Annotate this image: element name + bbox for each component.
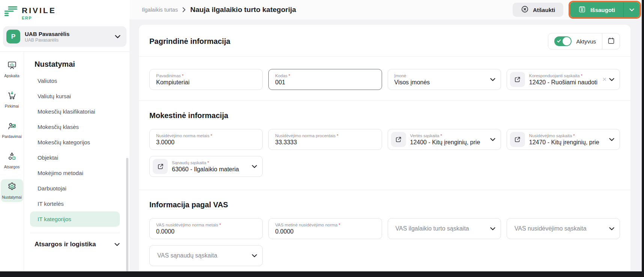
module-rail: Apskaita Pirkimai [0,52,24,277]
page-title: Nauja ilgalaikio turto kategorija [190,6,296,14]
field-vas-sanaudu-saskaita[interactable]: VAS sąnaudų sąskaita [149,245,263,266]
menu-item-it-kategorijos[interactable]: IT kategorijos [30,211,120,227]
field-kodas[interactable]: Kodas* 001 [268,69,382,90]
menu-item-mokesciu-klasifikatoriai[interactable]: Mokesčių klasifikatoriai [30,104,120,119]
section-pagrindine-head: Pagrindinė informacija Aktyvus [139,25,630,57]
section-pagrindine-body: Pavadinimas* Kompiuteriai Kodas* 001 Įmo… [139,69,630,90]
menu-item-valiutos[interactable]: Valiutos [30,73,120,88]
screen-edge-right [642,0,644,277]
field-nusidevejimo-norma-procentais[interactable]: Nusidėvėjimo norma procentais* 33.3333 [268,129,382,150]
chevron-down-icon [490,138,495,141]
field-nusidevejimo-saskaita[interactable]: Nusidėvėjimo sąskaita* 12470 - Kitų įren… [507,129,620,150]
rail-label: Pirkimai [5,104,19,108]
field-vertes-saskaita[interactable]: Vertės sąskaita* 12400 - Kitų įrenginių,… [388,129,501,150]
field-nusidevejimo-norma-metais[interactable]: Nusidėvėjimo norma metais* 3.0000 [149,129,263,150]
save-options-button[interactable] [623,2,639,17]
calendar-icon [607,37,615,46]
chevron-down-icon [114,243,120,246]
gear-icon [7,182,17,193]
active-toggle[interactable] [554,36,572,46]
brand-name: RIVILE [22,6,56,14]
shapes-icon [7,151,17,163]
settings-menu: Nustatymai Valiutos Valiutų kursai Mokes… [24,52,129,277]
field-imone[interactable]: Įmonė Visos įmonės [388,69,501,90]
menu-item-mokesciu-klases[interactable]: Mokesčių klasės [30,119,120,135]
form-card: Pagrindinė informacija Aktyvus [139,25,630,271]
rivile-logo-icon [4,5,18,19]
app-logo: RIVILE ERP [0,0,129,24]
chevron-down-icon [252,165,257,168]
menu-item-it-korteles[interactable]: IT kortelės [30,196,120,211]
menu-divider [30,233,120,233]
chevron-down-icon [252,254,257,258]
external-link-icon[interactable] [510,132,525,147]
topbar-actions: Atšaukti Išsaugoti [513,1,641,19]
section-mokestine: Mokestinė informacija Nusidėvėjimo norma… [139,100,630,190]
external-link-icon[interactable] [153,159,168,174]
chevron-right-icon [182,7,186,12]
nav-pirkimai[interactable]: Pirkimai [1,88,23,111]
field-vas-nusidevejimo-norma-metais[interactable]: VAS nusidėvėjimo norma metais* 0.0000 [149,218,263,239]
company-name: UAB Pavasarėlis [25,31,69,37]
scrollbar-thumb[interactable] [126,158,128,272]
board-chart-icon [7,60,17,72]
menu-item-mokejimo-metodai[interactable]: Mokėjimo metodai [30,165,120,181]
external-link-icon[interactable] [391,132,406,147]
person-chart-icon [7,121,17,132]
menu-item-objektai[interactable]: Objektai [30,150,120,165]
screen-edge-bottom [0,271,644,277]
topbar: Ilgalaikis turtas Nauja ilgalaikio turto… [129,0,642,19]
save-label: Išsaugoti [590,7,615,13]
field-vas-nusidevejimo-saskaita[interactable]: VAS nusidėvėjimo sąskaita [507,218,620,239]
nav-pardavimai[interactable]: Pardavimai [1,118,23,141]
section-title: Mokestinė informacija [149,101,620,120]
rail-label: Nustatymai [2,195,22,199]
menu-item-valiutu-kursai[interactable]: Valiutų kursai [30,88,120,104]
chevron-down-icon [629,6,634,13]
section-vas: Informacija pagal VAS VAS nusidėvėjimo n… [139,190,630,271]
rail-label: Atsargos [4,165,20,169]
menu-group-label: Atsargos ir logistika [35,241,96,248]
brand-sub: ERP [22,16,56,20]
clear-icon[interactable]: ✕ [602,76,607,83]
cancel-label: Atšaukti [533,7,555,13]
chevron-down-icon [609,78,614,81]
chevron-down-icon [609,227,614,231]
main-content: Ilgalaikis turtas Nauja ilgalaikio turto… [129,0,642,271]
section-title: Informacija pagal VAS [149,190,620,209]
rail-label: Apskaita [4,73,19,78]
sidebar: RIVILE ERP P UAB Pavasarėlis UAB Pavasar… [0,0,129,277]
field-pavadinimas[interactable]: Pavadinimas* Kompiuteriai [149,69,263,90]
breadcrumb-parent[interactable]: Ilgalaikis turtas [142,7,178,13]
field-vas-metine-nusidevejimo-norma[interactable]: VAS metinė nusidėvėjimo norma* 0.0000 [268,218,382,239]
nav-apskaita[interactable]: Apskaita [1,58,23,81]
menu-group-atsargos-ir-logistika[interactable]: Atsargos ir logistika [30,238,129,251]
cart-icon [7,91,17,102]
field-koresponduojanti-saskaita[interactable]: Koresponduojanti sąskaita* 12420 - Ruoši… [507,69,620,90]
save-split-button-highlight: Išsaugoti [569,1,641,19]
menu-item-darbuotojai[interactable]: Darbuotojai [30,181,120,196]
circle-x-icon [521,5,529,14]
field-sanaudu-saskaita[interactable]: Sąnaudų sąskaita* 63060 - Ilgalaikio mat… [149,156,263,177]
company-selector[interactable]: P UAB Pavasarėlis UAB Pavasarėlis [3,26,126,47]
field-vas-ilgalaikio-turto-saskaita[interactable]: VAS ilgalaikio turto sąskaita [388,218,501,239]
rail-label: Pardavimai [2,134,22,139]
menu-item-mokesciu-kategorijos[interactable]: Mokesčių kategorijos [30,135,120,150]
nav-nustatymai[interactable]: Nustatymai [1,179,23,202]
chevron-down-icon [115,35,120,39]
menu-title: Nustatymai [35,60,129,69]
rivile-erp-app: RIVILE ERP P UAB Pavasarėlis UAB Pavasar… [0,0,644,277]
active-toggle-label: Aktyvus [576,38,596,45]
nav-atsargos[interactable]: Atsargos [1,149,23,172]
save-button[interactable]: Išsaugoti [570,2,623,17]
cancel-button[interactable]: Atšaukti [513,3,563,17]
external-link-icon[interactable] [510,72,525,87]
status-tools: Aktyvus [548,33,620,49]
breadcrumb: Ilgalaikis turtas Nauja ilgalaikio turto… [142,6,296,14]
save-icon [578,6,586,14]
company-avatar: P [6,30,20,43]
calendar-button[interactable] [602,33,620,49]
chevron-down-icon [609,138,614,141]
section-title: Pagrindinė informacija [149,37,230,46]
company-subtitle: UAB Pavasarėlis [25,37,69,43]
